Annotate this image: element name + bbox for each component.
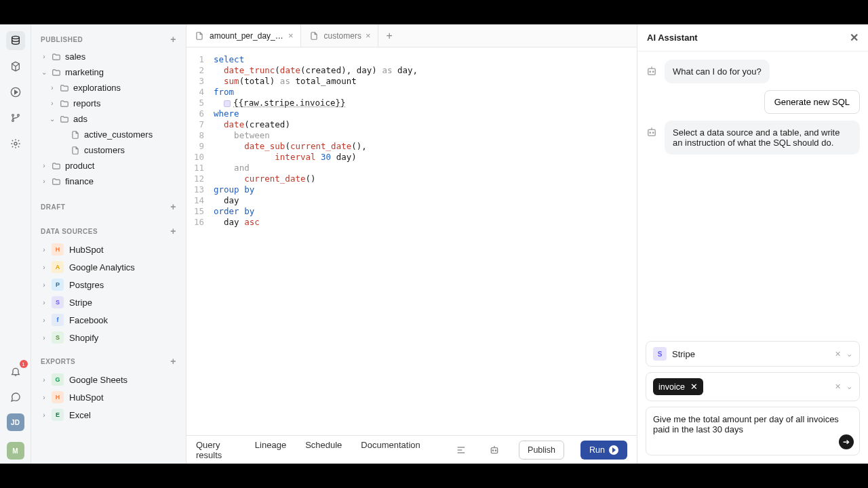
avatar-1[interactable]: JD (7, 413, 24, 431)
svg-marker-2 (14, 90, 17, 94)
datasource-shopify[interactable]: ›SShopify (35, 329, 182, 346)
svg-point-6 (14, 142, 17, 145)
datasource-excel[interactable]: ›EExcel (35, 406, 182, 424)
svg-point-0 (12, 36, 19, 39)
table-picker[interactable]: invoice✕ ✕ ⌄ (646, 372, 860, 401)
svg-point-12 (495, 450, 496, 451)
datasource-postgres[interactable]: ›PPostgres (35, 276, 182, 293)
clear-source-icon[interactable]: ✕ (835, 350, 841, 359)
folder-finance[interactable]: ›finance (35, 174, 182, 189)
close-tab-icon[interactable]: × (366, 30, 371, 41)
tab-amount_per_day_invoic-[interactable]: amount_per_day_invoic...× (186, 24, 301, 47)
datasource-stripe[interactable]: ›SStripe (35, 293, 182, 311)
remove-chip-icon[interactable]: ✕ (690, 382, 698, 392)
add-datasource-icon[interactable]: + (170, 226, 176, 237)
assistant-greeting: What can I do for you? (665, 60, 770, 83)
file-icon (309, 31, 320, 41)
folder-sales[interactable]: ›sales (35, 49, 182, 64)
rail-notifications-icon[interactable] (6, 362, 25, 381)
folder-marketing[interactable]: ⌄marketing (35, 64, 182, 80)
close-icon[interactable]: ✕ (850, 31, 859, 44)
bottom-tab-query-results[interactable]: Query results (196, 440, 236, 460)
table-chip[interactable]: invoice✕ (653, 378, 703, 395)
ai-icon[interactable] (486, 441, 502, 459)
generate-sql-button[interactable]: Generate new SQL (764, 90, 860, 114)
editor-tabs: amount_per_day_invoic...×customers×+ (186, 24, 637, 47)
rail-database-icon[interactable] (6, 31, 25, 50)
add-tab-button[interactable]: + (378, 30, 401, 42)
source-dropdown-icon[interactable]: ⌄ (846, 350, 852, 359)
prompt-input[interactable]: Give me the total amount per day of all … (646, 407, 860, 455)
source-picker[interactable]: S Stripe ✕ ⌄ (646, 341, 860, 367)
datasource-google-sheets[interactable]: ›GGoogle Sheets (35, 371, 182, 388)
section-draft: Draft + (31, 196, 186, 216)
svg-point-15 (650, 71, 651, 73)
svg-point-20 (653, 132, 654, 134)
svg-point-11 (492, 450, 493, 451)
section-data-sources: Data Sources + (31, 220, 186, 241)
publish-button[interactable]: Publish (519, 441, 564, 460)
svg-point-3 (12, 115, 14, 117)
assistant-title: AI Assistant (647, 33, 698, 43)
bot-icon (646, 126, 658, 138)
close-tab-icon[interactable]: × (288, 30, 294, 41)
file-active_customers[interactable]: active_customers (35, 127, 182, 142)
svg-point-4 (12, 120, 14, 122)
datasource-facebook[interactable]: ›fFacebook (35, 311, 182, 329)
stripe-icon: S (653, 347, 667, 361)
sidebar: Published + ›sales⌄marketing›exploration… (31, 24, 186, 464)
add-draft-icon[interactable]: + (170, 201, 176, 212)
bottom-bar: Query resultsLineageScheduleDocumentatio… (186, 435, 637, 464)
datasource-hubspot[interactable]: ›HHubSpot (35, 388, 182, 406)
rail-play-icon[interactable] (6, 83, 25, 102)
bottom-tab-documentation[interactable]: Documentation (361, 440, 420, 460)
clear-table-icon[interactable]: ✕ (835, 382, 841, 391)
bottom-tab-schedule[interactable]: Schedule (305, 440, 342, 460)
file-icon (195, 31, 205, 41)
code-editor[interactable]: 1select2 date_trunc(date(created), day) … (186, 47, 637, 435)
bot-icon (646, 65, 658, 77)
run-button[interactable]: Run (580, 441, 627, 460)
folder-ads[interactable]: ⌄ads (35, 111, 182, 127)
rail-cube-icon[interactable] (6, 57, 25, 76)
send-button[interactable]: ➔ (839, 434, 854, 449)
folder-reports[interactable]: ›reports (35, 96, 182, 111)
file-customers[interactable]: customers (35, 142, 182, 158)
add-export-icon[interactable]: + (170, 356, 176, 367)
rail-settings-icon[interactable] (6, 134, 25, 153)
datasource-hubspot[interactable]: ›HHubSpot (35, 241, 182, 258)
svg-point-16 (653, 71, 654, 73)
rail-chat-icon[interactable] (6, 388, 25, 407)
format-icon[interactable] (453, 441, 470, 459)
section-published: Published + (31, 28, 186, 49)
section-exports: Exports + (31, 350, 186, 371)
avatar-2[interactable]: M (7, 442, 24, 460)
rail-branch-icon[interactable] (6, 108, 25, 127)
nav-rail: JD M (0, 24, 31, 464)
assistant-hint: Select a data source and a table, and wr… (665, 121, 860, 155)
table-dropdown-icon[interactable]: ⌄ (846, 382, 852, 391)
add-published-icon[interactable]: + (170, 34, 176, 45)
datasource-google-analytics[interactable]: ›AGoogle Analytics (35, 258, 182, 276)
tab-customers[interactable]: customers× (301, 24, 378, 47)
bottom-tab-lineage[interactable]: Lineage (255, 440, 286, 460)
assistant-panel: AI Assistant ✕ What can I do for you? Ge… (637, 24, 868, 464)
play-icon (609, 445, 618, 455)
svg-point-5 (17, 115, 19, 117)
svg-point-19 (650, 132, 651, 134)
folder-product[interactable]: ›product (35, 158, 182, 174)
folder-explorations[interactable]: ›explorations (35, 80, 182, 96)
